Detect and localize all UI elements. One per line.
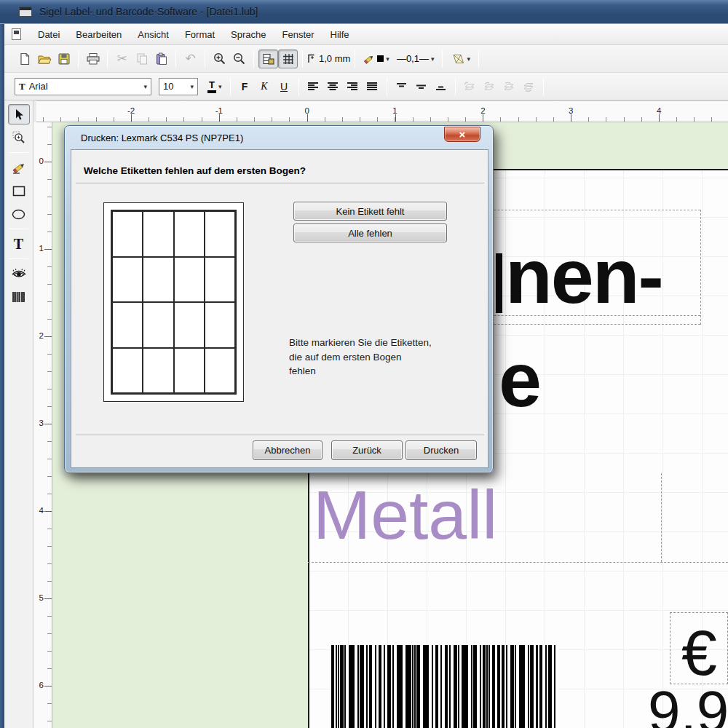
dialog-close-button[interactable]: × — [444, 127, 480, 142]
open-folder-icon — [37, 52, 52, 66]
cut-button[interactable]: ✂ — [112, 50, 132, 68]
label-cell[interactable] — [112, 257, 143, 303]
send-to-back-icon — [522, 81, 535, 92]
valign-middle-button[interactable] — [411, 77, 431, 96]
ruler-tick — [44, 686, 52, 687]
barcode-icon — [12, 291, 26, 303]
barcode-object[interactable] — [331, 645, 558, 728]
label-text-fragment-2[interactable]: e — [499, 341, 540, 418]
cancel-button[interactable]: Abbrechen — [253, 440, 323, 460]
zoom-select-tool[interactable] — [8, 127, 30, 148]
menu-fenster[interactable]: Fenster — [274, 25, 322, 44]
label-cell[interactable] — [205, 211, 235, 257]
barcode-tool[interactable] — [8, 287, 30, 307]
menu-sprache[interactable]: Sprache — [223, 25, 274, 44]
label-cell[interactable] — [174, 211, 205, 257]
menu-ansicht[interactable]: Ansicht — [130, 25, 177, 44]
undo-button[interactable]: ↶ — [181, 50, 200, 68]
bring-forward-button[interactable] — [480, 77, 499, 96]
text-tool[interactable]: T — [8, 234, 30, 254]
toggle-grid-button[interactable] — [278, 50, 298, 68]
copy-button[interactable] — [132, 50, 151, 68]
ruler-ticks — [47, 127, 52, 728]
label-cell[interactable] — [143, 211, 173, 257]
paste-button[interactable] — [151, 50, 171, 68]
align-justify-button[interactable] — [363, 77, 382, 96]
menu-datei[interactable]: Datei — [30, 25, 68, 44]
text-color-button[interactable]: T ▾ — [204, 77, 226, 96]
currency-symbol-text[interactable]: € — [681, 621, 717, 685]
image-tool[interactable] — [8, 264, 30, 284]
save-icon — [58, 52, 71, 66]
clipped-letter-fragment — [496, 253, 502, 313]
new-document-button[interactable] — [15, 50, 34, 68]
print-button-dialog[interactable]: Drucken — [405, 440, 477, 460]
cursor-arrow-icon — [13, 108, 25, 121]
all-missing-button[interactable]: Alle fehlen — [293, 223, 447, 242]
dialog-body: Welche Etiketten fehlen auf dem ersten B… — [71, 149, 488, 468]
separator — [205, 50, 205, 68]
label-cell[interactable] — [112, 302, 143, 348]
fill-style-button[interactable]: ▾ — [447, 50, 474, 68]
label-cell[interactable] — [205, 257, 235, 303]
menu-bearbeiten[interactable]: Bearbeiten — [68, 25, 130, 44]
ellipse-tool[interactable] — [8, 204, 30, 224]
label-text-fragment-1[interactable]: nen- — [505, 237, 662, 314]
bring-forward-icon — [483, 81, 496, 92]
send-backward-button[interactable] — [499, 77, 519, 96]
separator — [76, 435, 484, 436]
zoom-in-button[interactable] — [210, 50, 229, 68]
label-cell[interactable] — [174, 302, 205, 348]
ruler-tick — [483, 114, 483, 122]
menu-hilfe[interactable]: Hilfe — [323, 25, 357, 44]
label-cell[interactable] — [174, 257, 205, 303]
label-cell[interactable] — [174, 348, 205, 394]
print-dialog: Drucken: Lexmark C534 PS (NP7PE1) × Welc… — [64, 125, 494, 473]
select-tool[interactable] — [8, 104, 30, 124]
label-cell[interactable] — [143, 302, 173, 348]
ruler-vertical: 0123456 — [33, 122, 52, 728]
align-right-button[interactable] — [343, 77, 363, 96]
underline-button[interactable]: U — [274, 77, 294, 96]
label-cell[interactable] — [205, 348, 235, 394]
send-to-back-button[interactable] — [519, 77, 539, 96]
valign-bottom-button[interactable] — [431, 77, 451, 96]
v-ruler-label: 4 — [39, 506, 44, 515]
menu-format[interactable]: Format — [177, 25, 223, 44]
valign-top-button[interactable] — [392, 77, 411, 96]
label-cell[interactable] — [143, 257, 173, 303]
label-cell[interactable] — [205, 302, 235, 348]
dropdown-arrow-icon: ▾ — [467, 55, 470, 63]
italic-button[interactable]: K — [255, 77, 274, 96]
material-text[interactable]: Metall — [313, 480, 497, 550]
pencil-tool[interactable] — [8, 157, 30, 178]
ruler-horizontal: -2-101234 — [36, 100, 728, 122]
font-size-select[interactable]: 10 ▾ — [159, 78, 198, 95]
align-center-button[interactable] — [323, 77, 343, 96]
separator — [455, 78, 456, 95]
bold-button[interactable]: F — [235, 77, 255, 96]
instruction-line: die auf dem ersten Bogen — [289, 350, 432, 365]
open-file-button[interactable] — [34, 50, 54, 68]
print-button[interactable] — [83, 50, 103, 68]
back-button[interactable]: Zurück — [331, 440, 403, 460]
font-family-select[interactable]: T Arial ▾ — [15, 78, 151, 95]
save-button[interactable] — [54, 50, 74, 68]
line-width-dropdown[interactable]: —0,1—▾ — [393, 50, 438, 68]
bring-to-front-button[interactable] — [460, 77, 480, 96]
grid-size-control[interactable]: 1,0 mm — [307, 53, 350, 64]
rectangle-tool[interactable] — [8, 181, 30, 201]
align-left-button[interactable] — [304, 77, 323, 96]
window-title: Sigel Label- und Barcode-Software - [Dat… — [39, 6, 258, 17]
no-label-missing-button[interactable]: Kein Etikett fehlt — [293, 202, 447, 221]
zoom-out-button[interactable] — [229, 50, 249, 68]
price-text[interactable]: 9,90 — [648, 683, 728, 728]
label-cell[interactable] — [143, 348, 173, 394]
sheet-preview — [103, 202, 244, 402]
label-cell[interactable] — [112, 211, 143, 257]
separator — [230, 78, 231, 95]
toggle-label-view-button[interactable] — [258, 50, 278, 68]
ruler-tick — [571, 114, 571, 122]
label-cell[interactable] — [112, 348, 143, 394]
line-color-button[interactable]: ▾ — [360, 50, 393, 68]
